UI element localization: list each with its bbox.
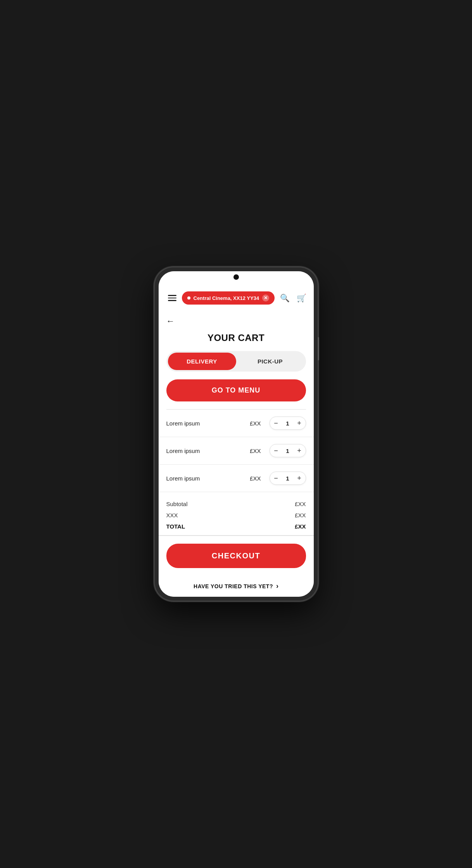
item-name-1: Lorem ipsum [166, 420, 246, 427]
extra-label: XXX [166, 512, 178, 518]
pickup-tab[interactable]: PICK-UP [236, 353, 304, 370]
chevron-right-icon: › [276, 582, 278, 590]
upsell-label: HAVE YOU TRIED THIS YET? [194, 583, 273, 589]
delivery-tab[interactable]: DELIVERY [168, 353, 236, 370]
page-title: YOUR CART [159, 329, 314, 351]
item-name-2: Lorem ipsum [166, 448, 246, 454]
qty-control-1: − 1 + [270, 417, 306, 430]
go-to-menu-button[interactable]: GO TO MENU [166, 379, 306, 401]
delivery-toggle: DELIVERY PICK-UP [166, 351, 306, 372]
qty-plus-1[interactable]: + [293, 417, 306, 429]
totals-section: Subtotal £XX XXX £XX TOTAL £XX [159, 492, 314, 536]
subtotal-row: Subtotal £XX [166, 498, 306, 510]
main-content: ← YOUR CART DELIVERY PICK-UP GO TO MENU … [159, 310, 314, 597]
qty-plus-2[interactable]: + [293, 444, 306, 457]
cart-item: Lorem ipsum £XX − 1 + [159, 437, 314, 465]
menu-icon[interactable] [166, 293, 178, 303]
qty-control-3: − 1 + [270, 472, 306, 485]
location-pill[interactable]: Central Cinema, XX12 YY34 ✕ [182, 291, 275, 305]
total-row: TOTAL £XX [166, 521, 306, 532]
qty-value-2: 1 [282, 448, 293, 454]
extra-row: XXX £XX [166, 510, 306, 521]
search-icon[interactable]: 🔍 [278, 292, 291, 304]
qty-minus-2[interactable]: − [270, 444, 282, 457]
checkout-section: CHECKOUT [159, 536, 314, 576]
location-text: Central Cinema, XX12 YY34 [194, 295, 259, 301]
subtotal-value: £XX [295, 501, 306, 507]
location-dot [187, 296, 190, 300]
cart-item: Lorem ipsum £XX − 1 + [159, 465, 314, 492]
item-price-3: £XX [250, 475, 261, 482]
top-bar: Central Cinema, XX12 YY34 ✕ 🔍 🛒 [159, 271, 314, 310]
total-label: TOTAL [166, 523, 185, 530]
close-location-icon[interactable]: ✕ [262, 294, 269, 301]
cart-item: Lorem ipsum £XX − 1 + [159, 410, 314, 437]
back-button[interactable]: ← [159, 310, 183, 329]
upsell-section[interactable]: HAVE YOU TRIED THIS YET? › [159, 576, 314, 597]
checkout-button[interactable]: CHECKOUT [166, 544, 306, 568]
qty-value-1: 1 [282, 420, 293, 427]
item-name-3: Lorem ipsum [166, 475, 246, 482]
extra-value: £XX [295, 512, 306, 518]
qty-minus-3[interactable]: − [270, 472, 282, 484]
item-price-2: £XX [250, 448, 261, 454]
qty-plus-3[interactable]: + [293, 472, 306, 484]
qty-value-3: 1 [282, 475, 293, 482]
item-price-1: £XX [250, 420, 261, 427]
total-value: £XX [295, 523, 306, 530]
qty-control-2: − 1 + [270, 444, 306, 457]
subtotal-label: Subtotal [166, 501, 188, 507]
cart-icon[interactable]: 🛒 [295, 292, 308, 304]
qty-minus-1[interactable]: − [270, 417, 282, 429]
